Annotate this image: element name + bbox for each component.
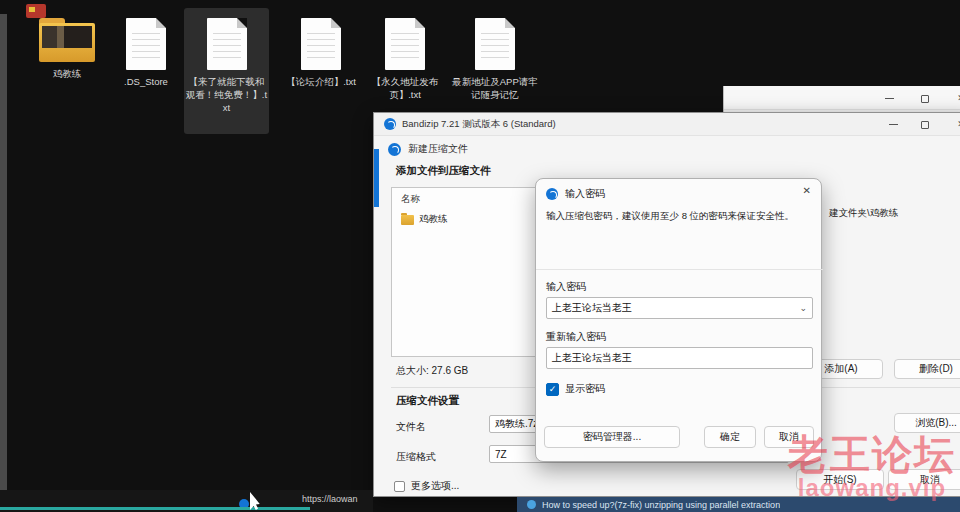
dialog-subtitle: 新建压缩文件 (408, 142, 468, 156)
format-value: 7Z (495, 449, 507, 460)
minimize-button[interactable] (878, 92, 900, 105)
maximize-icon (921, 95, 929, 103)
document-icon (126, 18, 166, 70)
screen: 鸡教练 .DS_Store 【来了就能下载和观看！纯免费！】.txt 【论坛介绍… (0, 0, 960, 512)
window-titlebar: Bandizip 7.21 测试版本 6 (Standard) ✕ (374, 113, 960, 136)
show-password-checkbox[interactable]: ✓ (546, 383, 559, 396)
password-reinput-value: 上老王论坛当老王 (552, 351, 632, 365)
ok-button[interactable]: 确定 (704, 426, 756, 448)
password-dialog: 输入密码 ✕ 输入压缩包密码，建议使用至少 8 位的密码来保证安全性。 输入密码… (535, 178, 822, 462)
folder-icon (39, 18, 95, 62)
file-label: 【论坛介绍】.txt (281, 76, 361, 89)
desktop-item-dsstore[interactable]: .DS_Store (108, 8, 184, 89)
url-fragment-text: https://laowan (302, 494, 358, 504)
divider (536, 269, 823, 270)
window-title: Bandizip 7.21 测试版本 6 (Standard) (402, 118, 556, 131)
total-size-text: 总大小: 27.6 GB (396, 364, 468, 378)
bottom-accent-line (0, 507, 310, 510)
status-bar: How to speed up?(7z-fix) unzipping using… (517, 497, 960, 512)
folder-icon (401, 215, 414, 225)
document-icon (475, 18, 515, 70)
password-input-label: 输入密码 (546, 280, 586, 294)
browse-button[interactable]: 浏览(B)... (894, 413, 960, 433)
password-dialog-title: 输入密码 (565, 187, 605, 201)
password-dialog-titlebar: 输入密码 (536, 179, 821, 201)
file-label: 鸡教练 (24, 68, 110, 81)
bandizip-icon (546, 188, 558, 200)
more-options-checkbox[interactable] (394, 481, 405, 492)
start-button[interactable]: 开始(S) (796, 469, 884, 490)
password-description: 输入压缩包密码，建议使用至少 8 位的密码来保证安全性。 (546, 209, 814, 224)
background-window-titlebar: ✕ (724, 86, 960, 110)
desktop-item-permanent-address[interactable]: 【永久地址发布页】.txt (364, 8, 446, 102)
section-archive-settings: 压缩文件设置 (396, 394, 459, 408)
desktop-item-download-note[interactable]: 【来了就能下载和观看！纯免费！】.txt (184, 8, 269, 134)
close-button[interactable]: ✕ (950, 92, 960, 105)
document-icon (301, 18, 341, 70)
destination-path-fragment: 建文件夹\鸡教练 (829, 207, 898, 220)
screen-edge-strip (0, 14, 7, 512)
file-label: 【永久地址发布页】.txt (364, 76, 446, 102)
info-icon (527, 500, 536, 509)
password-reinput[interactable]: 上老王论坛当老王 (546, 347, 813, 369)
maximize-button[interactable] (914, 118, 936, 131)
more-options-checkbox-row[interactable]: 更多选项... (394, 479, 459, 493)
minimize-icon (885, 98, 894, 99)
cancel-button[interactable]: 取消 (888, 469, 960, 490)
bandizip-icon (384, 118, 396, 130)
chevron-down-icon: ⌄ (799, 303, 807, 313)
bandizip-icon (388, 143, 401, 156)
maximize-button[interactable] (914, 92, 936, 105)
minimize-icon (889, 124, 898, 125)
password-manager-button[interactable]: 密码管理器... (544, 426, 680, 448)
cancel-button[interactable]: 取消 (764, 426, 814, 448)
format-label: 压缩格式 (396, 450, 436, 464)
close-button[interactable]: ✕ (950, 118, 960, 131)
close-icon[interactable]: ✕ (803, 185, 811, 196)
dialog-subheader: 新建压缩文件 (388, 142, 468, 156)
show-password-row[interactable]: ✓ 显示密码 (546, 382, 605, 396)
password-input[interactable]: 上老王论坛当老王 ⌄ (546, 297, 813, 319)
file-label: .DS_Store (108, 76, 184, 89)
accent-strip (374, 149, 379, 207)
maximize-icon (921, 121, 929, 129)
password-value: 上老王论坛当老王 (552, 301, 632, 315)
section-add-files: 添加文件到压缩文件 (396, 164, 491, 178)
desktop-item-latest-address[interactable]: 最新地址及APP请牢记随身记忆 (450, 8, 540, 102)
document-icon (207, 18, 247, 70)
status-tip-text: How to speed up?(7z-fix) unzipping using… (542, 500, 780, 510)
file-label: 【来了就能下载和观看！纯免费！】.txt (184, 76, 269, 114)
list-item-label: 鸡教练 (419, 213, 448, 226)
delete-button[interactable]: 删除(D) (894, 359, 960, 379)
minimize-button[interactable] (882, 118, 904, 131)
filename-value: 鸡教练.7z (495, 417, 538, 431)
desktop-item-folder[interactable]: 鸡教练 (24, 8, 110, 81)
desktop-item-forum-intro[interactable]: 【论坛介绍】.txt (281, 8, 361, 89)
show-password-label: 显示密码 (565, 382, 605, 396)
filename-label: 文件名 (396, 420, 426, 434)
file-label: 最新地址及APP请牢记随身记忆 (450, 76, 540, 102)
more-options-label: 更多选项... (411, 479, 459, 493)
document-icon (385, 18, 425, 70)
password-reinput-label: 重新输入密码 (546, 330, 606, 344)
